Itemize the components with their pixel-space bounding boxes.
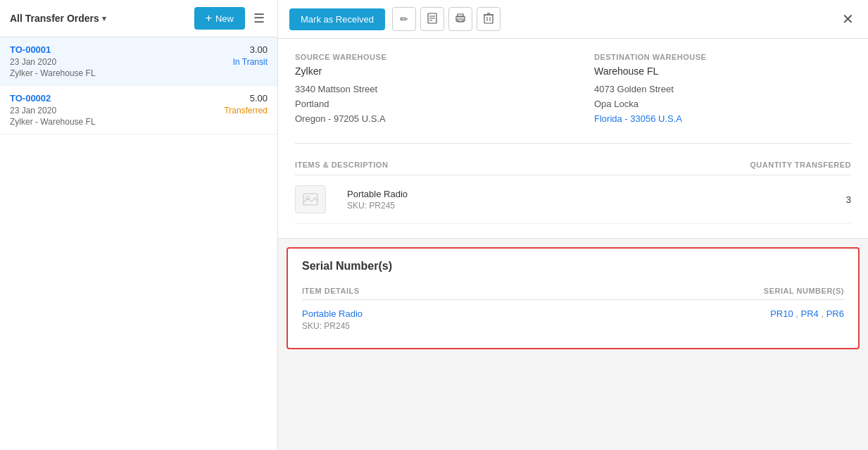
sidebar-header: All Transfer Orders ▾ + New ☰ — [0, 0, 277, 37]
dest-addr-line3: Florida - 33056 U.S.A — [594, 112, 851, 127]
item-details-col-header: ITEM DETAILS — [302, 282, 535, 300]
mark-as-received-button[interactable]: Mark as Received — [289, 8, 385, 30]
section-divider — [295, 143, 851, 144]
list-item[interactable]: TO-00001 3.00 23 Jan 2020 In Transit Zyl… — [0, 37, 277, 86]
dest-warehouse-col: DESTINATION WAREHOUSE Warehouse FL 4073 … — [594, 53, 851, 126]
serial-numbers-panel: Serial Number(s) ITEM DETAILS SERIAL NUM… — [287, 247, 860, 349]
items-col-header: ITEMS & DESCRIPTION — [295, 155, 548, 175]
hamburger-icon: ☰ — [253, 11, 265, 25]
hamburger-menu-button[interactable]: ☰ — [251, 8, 268, 29]
pdf-button[interactable] — [420, 7, 444, 31]
order-qty: 5.00 — [250, 93, 268, 104]
top-panel: Mark as Received ✏ — [278, 0, 868, 239]
item-sku: SKU: PR245 — [347, 201, 548, 211]
order-id: TO-00002 — [10, 93, 51, 104]
order-route: Zylker - Warehouse FL — [10, 68, 268, 78]
serial-number-pr4[interactable]: PR4 — [801, 308, 819, 319]
new-button-label: New — [215, 13, 234, 24]
pdf-icon — [427, 13, 437, 26]
order-status: In Transit — [233, 57, 268, 67]
toolbar-left: Mark as Received ✏ — [289, 7, 501, 31]
new-button[interactable]: + New — [194, 7, 245, 30]
source-warehouse-address: 3340 Mattson Street Portland Oregon - 97… — [295, 82, 552, 126]
main-content: Mark as Received ✏ — [278, 0, 868, 450]
dest-addr-line2: Opa Locka — [594, 97, 851, 112]
order-status: Transferred — [224, 106, 268, 115]
source-addr-line3: Oregon - 97205 U.S.A — [295, 112, 552, 127]
print-icon — [455, 13, 466, 25]
sidebar-actions: + New ☰ — [194, 7, 268, 30]
print-button[interactable] — [448, 7, 472, 31]
items-table: ITEMS & DESCRIPTION QUANTITY TRANSFERED — [295, 155, 851, 224]
svg-rect-12 — [303, 194, 317, 205]
dest-addr-line1: 4073 Golden Street — [594, 82, 851, 97]
edit-button[interactable]: ✏ — [392, 7, 416, 31]
delete-icon — [484, 13, 493, 26]
item-name: Portable Radio — [347, 189, 548, 199]
serial-separator: , — [821, 308, 826, 319]
serial-table: ITEM DETAILS SERIAL NUMBER(S) Portable R… — [302, 282, 844, 337]
qty-col-header: QUANTITY TRANSFERED — [548, 155, 851, 175]
serial-item-name[interactable]: Portable Radio — [302, 308, 535, 319]
edit-icon: ✏ — [400, 13, 408, 25]
delete-button[interactable] — [477, 7, 501, 31]
chevron-down-icon: ▾ — [102, 14, 106, 23]
close-icon: ✕ — [842, 11, 854, 27]
source-warehouse-col: SOURCE WAREHOUSE Zylker 3340 Mattson Str… — [295, 53, 552, 126]
dest-warehouse-address: 4073 Golden Street Opa Locka Florida - 3… — [594, 82, 851, 126]
item-info: Portable Radio SKU: PR245 — [337, 189, 548, 211]
plus-icon: + — [206, 12, 212, 25]
order-date: 23 Jan 2020 — [10, 57, 56, 67]
source-warehouse-name: Zylker — [295, 65, 552, 77]
order-date: 23 Jan 2020 — [10, 106, 56, 115]
serial-number-pr10[interactable]: PR10 — [770, 308, 793, 319]
source-addr-line2: Portland — [295, 97, 552, 112]
toolbar: Mark as Received ✏ — [278, 0, 868, 39]
serial-number-pr6[interactable]: PR6 — [826, 308, 844, 319]
table-row: Portable Radio SKU: PR245 PR10 , PR4 , P… — [302, 300, 844, 337]
svg-rect-7 — [484, 15, 493, 23]
dest-warehouse-name: Warehouse FL — [594, 65, 851, 77]
table-row: Portable Radio SKU: PR245 3 — [295, 175, 851, 224]
order-qty: 3.00 — [250, 44, 268, 55]
serial-item-sku: SKU: PR245 — [302, 321, 535, 331]
order-route: Zylker - Warehouse FL — [10, 117, 268, 127]
toolbar-icons: ✏ — [392, 7, 501, 31]
dest-warehouse-label: DESTINATION WAREHOUSE — [594, 53, 851, 61]
sidebar-title-text: All Transfer Orders ▾ — [10, 13, 106, 24]
close-button[interactable]: ✕ — [839, 8, 857, 30]
warehouse-row: SOURCE WAREHOUSE Zylker 3340 Mattson Str… — [295, 53, 851, 126]
serial-numbers-title: Serial Number(s) — [302, 260, 844, 273]
detail-section: SOURCE WAREHOUSE Zylker 3340 Mattson Str… — [278, 39, 868, 238]
transfer-orders-list: TO-00001 3.00 23 Jan 2020 In Transit Zyl… — [0, 37, 277, 450]
source-warehouse-label: SOURCE WAREHOUSE — [295, 53, 552, 61]
item-quantity: 3 — [548, 175, 851, 224]
item-image-placeholder — [295, 185, 326, 213]
list-item[interactable]: TO-00002 5.00 23 Jan 2020 Transferred Zy… — [0, 86, 277, 135]
serial-separator: , — [795, 308, 800, 319]
serial-numbers-cell: PR10 , PR4 , PR6 — [535, 300, 844, 337]
sidebar: All Transfer Orders ▾ + New ☰ TO-00001 3… — [0, 0, 278, 450]
all-transfer-orders-label: All Transfer Orders — [10, 13, 99, 24]
order-id: TO-00001 — [10, 44, 51, 55]
source-addr-line1: 3340 Mattson Street — [295, 82, 552, 97]
serial-numbers-col-header: SERIAL NUMBER(S) — [535, 282, 844, 300]
